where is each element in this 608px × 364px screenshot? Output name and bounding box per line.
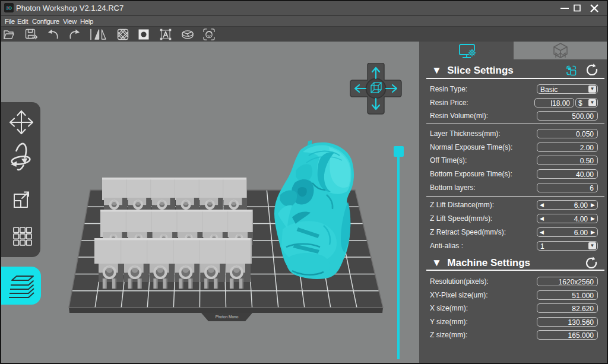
svg-text:Photon Mono: Photon Mono	[216, 315, 239, 319]
